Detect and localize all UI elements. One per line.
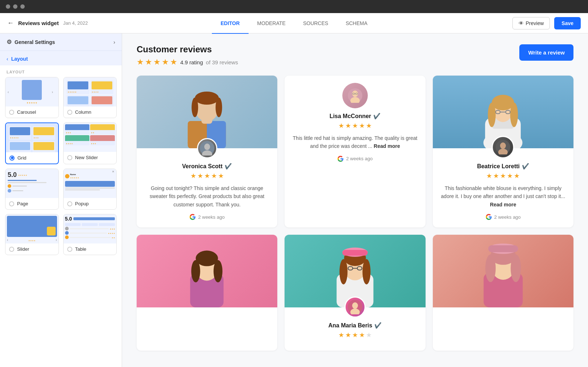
page-stars: ★★★★★ [18, 174, 27, 176]
bs4: ★ [507, 172, 513, 180]
s2: ★ [35, 137, 37, 139]
layout-option-grid[interactable]: ★★★★★ ★★★ ★★★★ [5, 122, 59, 164]
topnav: ← Reviews widget Jan 4, 2022 EDITOR MODE… [0, 13, 588, 33]
column-radio[interactable] [67, 110, 72, 115]
grid-card1: ★★★★★ [9, 126, 31, 140]
page-text1 [12, 186, 27, 186]
beatrice-read-more[interactable]: Read more [490, 202, 516, 207]
svg-point-24 [510, 102, 518, 127]
beatrice-body: Beatrice Loretti ✔️ ★ ★ ★ ★ ★ This fashi… [433, 148, 573, 227]
lisa-read-more[interactable]: Read more [374, 143, 400, 149]
col-card3: ★★★★★ [67, 95, 89, 106]
page-label: Page [17, 201, 28, 206]
as4: ★ [359, 331, 365, 339]
svg-rect-55 [488, 245, 518, 252]
tab-editor[interactable]: EDITOR [212, 13, 249, 34]
s2: ★ [93, 91, 95, 93]
lisa-top: Lisa McConner ✔️ ★ ★ ★ ★ ★ This little r… [285, 76, 425, 162]
layout-header[interactable]: ‹ Layout [0, 51, 122, 65]
vs2: ★ [197, 172, 203, 180]
layout-option-carousel[interactable]: ‹ ★ ★ ★ ★ ★ › [5, 77, 59, 118]
tav1 [65, 227, 69, 230]
s4: ★ [71, 142, 73, 145]
veronica-name: Veronica Scott [182, 163, 222, 170]
layout-option-popup[interactable]: ✕ Name ★★★★★ [63, 169, 117, 210]
new-slider-radio[interactable] [67, 155, 72, 160]
popup-footer: Popup [64, 198, 117, 209]
s3: ★ [69, 132, 71, 134]
ana-avatar-img [348, 300, 362, 314]
ns-inner: ★★★ ★★ [64, 123, 117, 152]
general-settings-label: General Settings [15, 39, 55, 45]
write-review-button[interactable]: Write a review [519, 44, 573, 61]
layout-option-page[interactable]: 5.0 ★★★★★ [5, 169, 59, 210]
s3: ★ [22, 174, 23, 176]
topnav-tabs: EDITOR MODERATE SOURCES SCHEMA [151, 13, 438, 33]
ana-name: Ana Maria Beris [329, 322, 372, 329]
lisa-avatar [342, 83, 368, 108]
star2: ★ [29, 101, 31, 104]
tab-sources[interactable]: SOURCES [294, 13, 337, 34]
tav3 [65, 235, 69, 239]
veronica-text: Going out tonight? This simple and class… [144, 184, 270, 209]
s5: ★ [75, 106, 76, 106]
table-radio[interactable] [67, 247, 72, 252]
slider-radio[interactable] [9, 247, 14, 252]
lisa-stars: ★ ★ ★ ★ ★ [338, 122, 372, 130]
ana-stars: ★ ★ ★ ★ ★ [292, 331, 418, 339]
s4: ★ [73, 106, 74, 106]
col-stars4: ★★★ [92, 106, 112, 106]
table-row1: ★★★ [65, 227, 115, 230]
grid-stars3: ★★★★ [10, 152, 30, 152]
carousel-radio[interactable] [9, 110, 14, 115]
s1: ★ [68, 106, 69, 106]
beatrice-avatar-img [496, 140, 510, 154]
tab-schema[interactable]: SCHEMA [337, 13, 376, 34]
general-settings-left: ⚙ General Settings [7, 39, 55, 45]
layout-option-slider[interactable]: ‹ ★★★★ › Slider [5, 214, 59, 255]
grid-label: Grid [17, 155, 27, 161]
back-button[interactable]: ← [7, 19, 14, 27]
page-thumbnail: 5.0 ★★★★★ [5, 169, 59, 198]
beatrice-name-row: Beatrice Loretti ✔️ [440, 163, 566, 170]
layout-option-new-slider[interactable]: ★★★ ★★ [63, 122, 117, 164]
bs1: ★ [486, 172, 492, 180]
page-row2 [8, 189, 56, 193]
tl2 [70, 233, 107, 234]
s2: ★ [69, 106, 71, 106]
as2: ★ [345, 331, 351, 339]
s1: ★ [66, 142, 67, 145]
popup-radio[interactable] [67, 201, 72, 206]
svg-point-39 [339, 259, 347, 285]
s1: ★ [92, 106, 93, 106]
s1: ★ [70, 177, 72, 179]
grid-radio[interactable] [9, 156, 15, 161]
general-settings-item[interactable]: ⚙ General Settings › [0, 33, 122, 51]
preview-button[interactable]: 👁 Preview [512, 17, 550, 29]
review-card-veronica: Veronica Scott ✔️ ★ ★ ★ ★ ★ Going out to… [137, 76, 277, 227]
s2: ★ [72, 177, 73, 179]
grid-stars4: ★★★★★ [33, 152, 54, 152]
save-button[interactable]: Save [554, 17, 581, 29]
col-img4 [92, 96, 112, 104]
carousel-left-arrow: ‹ [8, 90, 12, 94]
table-inner: 5.0 ★★★ [64, 214, 117, 243]
layout-option-table[interactable]: 5.0 ★★★ [63, 214, 117, 255]
s3: ★ [69, 142, 71, 145]
slider-main-card [7, 216, 57, 237]
svg-point-47 [352, 302, 358, 309]
column-label: Column [75, 109, 92, 115]
grid-img2 [33, 127, 54, 135]
veronica-verified-icon: ✔️ [225, 163, 232, 170]
layout-option-column[interactable]: ★★★★★ ★★★★ ★★★★★ [63, 77, 117, 118]
s5: ★ [17, 137, 19, 139]
s2: ★ [68, 132, 69, 134]
page-radio[interactable] [9, 201, 14, 206]
svg-point-8 [216, 98, 222, 117]
slider-thumbnail: ‹ ★★★★ › [5, 214, 59, 243]
s4: ★ [15, 152, 17, 152]
carousel-stars: ★ ★ ★ ★ ★ [27, 101, 37, 104]
star1: ★ [27, 101, 28, 104]
s2: ★ [93, 142, 94, 145]
tab-moderate[interactable]: MODERATE [249, 13, 294, 34]
